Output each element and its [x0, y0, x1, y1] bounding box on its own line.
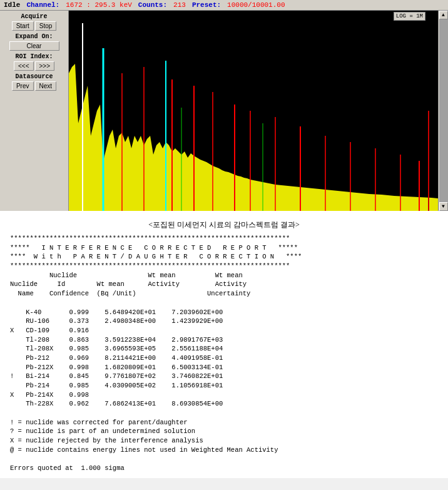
preset-label: Preset:: [192, 1, 221, 9]
acquire-section: Acquire Start Stop: [3, 13, 66, 31]
roi-section: ROI Index: <<< >>>: [3, 53, 66, 71]
acquire-title: Acquire: [3, 13, 66, 20]
channel-value: 1672 : 295.3 keV: [66, 1, 132, 9]
scroll-up-btn[interactable]: ▲: [439, 11, 448, 19]
roi-prev-button[interactable]: <<<: [14, 61, 34, 71]
spectrum-area: LOG = 1M: [69, 11, 438, 211]
expand-on-title: Expand On:: [3, 33, 66, 40]
channel-label: Channel:: [26, 1, 59, 9]
start-button[interactable]: Start: [12, 21, 34, 31]
report-table: Nuclide Wt mean Wt mean Nuclide Id Wt me…: [10, 271, 438, 473]
scroll-track: [439, 19, 448, 202]
roi-next-button[interactable]: >>>: [35, 61, 55, 71]
next-button[interactable]: Next: [35, 81, 57, 91]
scroll-down-btn[interactable]: ▼: [439, 202, 448, 211]
datasource-section: Datasource Prev Next: [3, 73, 66, 91]
report-area: <포집된 미세먼지 시료의 감마스펙트럼 결과> ***************…: [0, 211, 448, 478]
counts-label: Counts:: [138, 1, 167, 9]
report-title: <포집된 미세먼지 시료의 감마스펙트럼 결과>: [10, 220, 438, 230]
report-header: ****************************************…: [10, 234, 438, 271]
prev-button[interactable]: Prev: [12, 81, 34, 91]
idle-status: Idle: [4, 1, 20, 9]
preset-value: 10000/10001.00: [227, 1, 285, 9]
log-button[interactable]: LOG = 1M: [394, 12, 425, 21]
stop-button[interactable]: Stop: [35, 21, 57, 31]
datasource-btn-group: Prev Next: [3, 81, 66, 91]
datasource-title: Datasource: [3, 73, 66, 80]
counts-value: 213: [173, 1, 186, 9]
roi-index-title: ROI Index:: [3, 53, 66, 60]
clear-button[interactable]: Clear: [9, 41, 59, 51]
sidebar: Acquire Start Stop Expand On: Clear ROI …: [0, 11, 69, 211]
top-bar: Idle Channel: 1672 : 295.3 keV Counts: 2…: [0, 0, 448, 11]
acquire-btn-group: Start Stop: [3, 21, 66, 31]
main-container: Acquire Start Stop Expand On: Clear ROI …: [0, 11, 448, 211]
spectrum-chart: [69, 11, 438, 211]
roi-index-row: <<< >>>: [3, 61, 66, 71]
scrollbar[interactable]: ▲ ▼: [438, 11, 448, 211]
expand-section: Expand On: Clear: [3, 33, 66, 51]
